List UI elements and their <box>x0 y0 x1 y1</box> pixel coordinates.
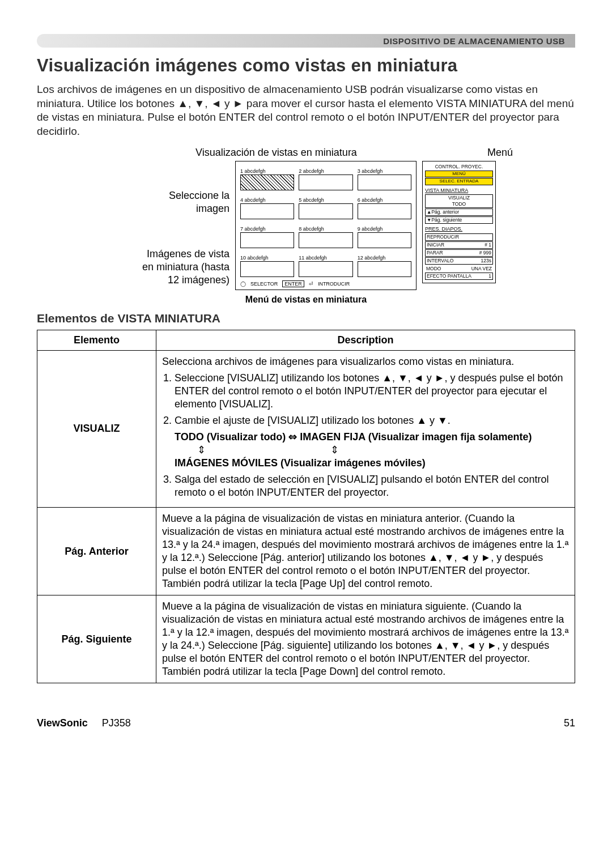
intro-paragraph: Los archivos de imágenes en un dispositi… <box>37 83 575 139</box>
menu-selec-entrada: SELEC. ENTRADA <box>425 178 493 185</box>
thumb-9: 9 abcdefgh <box>358 226 411 248</box>
footer-page-number: 51 <box>564 717 575 729</box>
row-pag-anterior-name: Pág. Anterior <box>37 508 156 595</box>
menu-menu: MENÚ <box>425 171 493 177</box>
footer-model: PJ358 <box>102 717 131 729</box>
thumb-footer: ◯ SELECTOR ENTER ⏎ INTRODUCIR <box>240 280 411 287</box>
thumb-11: 11 abcdefgh <box>299 255 352 277</box>
page-footer: ViewSonic PJ358 51 <box>37 717 575 729</box>
menu-efecto: EFECTO PANTALLA1 <box>425 273 493 280</box>
elements-table: Elemento Description VISUALIZ Selecciona… <box>37 330 575 684</box>
thumb-7: 7 abcdefgh <box>240 226 294 248</box>
visualiz-cycle-line2: IMÁGENES MÓVILES (Visualizar imágenes mó… <box>175 457 569 470</box>
section-header-text: DISPOSITIVO DE ALMACENAMIENTO USB <box>383 36 565 46</box>
menu-modo: MODOUNA VEZ <box>425 265 493 272</box>
label-thumb-count-1: Imágenes de vista <box>147 248 230 259</box>
menu-intervalo: INTERVALO123s <box>425 257 493 265</box>
thumb-10: 10 abcdefgh <box>240 255 294 277</box>
menu-pag-siguiente: ▼Pág. siguiente <box>425 216 493 224</box>
diagram-caption: Menú de vistas en miniatura <box>37 295 575 305</box>
label-thumb-count-3: 12 imágenes) <box>168 274 230 286</box>
visualiz-step3: Salga del estado de selección en [VISUAL… <box>175 473 569 499</box>
menu-pag-anterior: ▲Pág. anterior <box>425 209 493 216</box>
thumb-4: 4 abcdefgh <box>240 197 294 219</box>
visualiz-intro: Selecciona archivos de imágenes para vis… <box>162 355 569 368</box>
subsection-title: Elementos de VISTA MINIATURA <box>37 312 575 325</box>
enter-label: ENTER <box>282 280 304 287</box>
diagram: Visualización de vistas en miniatura Men… <box>37 147 575 305</box>
diagram-label-thumbnails: Visualización de vistas en miniatura <box>196 147 357 159</box>
menu-parar: PARAR# 999 <box>425 249 493 257</box>
label-select-image-1: Seleccione la <box>169 190 230 201</box>
menu-visualiz-row: VISUALIZ TODO <box>425 194 493 208</box>
row-pag-anterior-desc: Mueve a la página de visualización de vi… <box>156 508 575 595</box>
visualiz-step2: Cambie el ajuste de [VISUALIZ] utilizado… <box>175 414 569 470</box>
thumb-1: 1 abcdefgh <box>240 168 294 190</box>
page-title: Visualización imágenes como vistas en mi… <box>37 56 575 76</box>
row-pag-siguiente-desc: Mueve a la página de visualización de vi… <box>156 595 575 683</box>
footer-brand: ViewSonic <box>37 717 88 729</box>
introducir-label: INTRODUCIR <box>318 281 350 287</box>
label-select-image-2: imagen <box>196 203 230 214</box>
thumb-12: 12 abcdefgh <box>358 255 411 277</box>
updown-icon-1: ⇕ <box>197 444 206 457</box>
projector-menu-box: CONTROL. PROYEC. MENÚ SELEC. ENTRADA VIS… <box>422 161 496 284</box>
updown-icon-2: ⇕ <box>330 444 339 457</box>
menu-reproducir: REPRODUCIR <box>425 233 493 241</box>
section-header: DISPOSITIVO DE ALMACENAMIENTO USB <box>37 34 575 48</box>
selector-label: SELECTOR <box>250 281 278 287</box>
row-pag-siguiente-name: Pág. Siguiente <box>37 595 156 683</box>
menu-sec-pres-diapos: PRES. DIAPOS. <box>425 226 493 233</box>
col-description: Description <box>156 330 575 350</box>
menu-sec-vista-miniatura: VISTA MINIATURA <box>425 188 493 194</box>
thumbnail-grid-box: 1 abcdefgh 2 abcdefgh 3 abcdefgh 4 abcde… <box>235 161 416 290</box>
row-visualiz-desc: Selecciona archivos de imágenes para vis… <box>156 350 575 507</box>
thumb-2: 2 abcdefgh <box>299 168 352 190</box>
thumb-6: 6 abcdefgh <box>358 197 411 219</box>
menu-control-proyec: CONTROL. PROYEC. <box>425 164 493 170</box>
selector-icon: ◯ <box>240 281 246 287</box>
row-visualiz-name: VISUALIZ <box>37 350 156 507</box>
thumb-8: 8 abcdefgh <box>299 226 352 248</box>
diagram-label-menu: Menú <box>487 147 513 159</box>
visualiz-cycle-line1: TODO (Visualizar todo) ⇔ IMAGEN FIJA (Vi… <box>175 431 569 444</box>
label-thumb-count-2: en miniatura (hasta <box>142 261 230 273</box>
thumb-5: 5 abcdefgh <box>299 197 352 219</box>
enter-icon: ⏎ <box>309 281 313 287</box>
diagram-left-labels: Seleccione la imagen Imágenes de vista e… <box>116 161 230 287</box>
col-elemento: Elemento <box>37 330 156 350</box>
thumb-3: 3 abcdefgh <box>358 168 411 190</box>
visualiz-step1: Seleccione [VISUALIZ] utilizando los bot… <box>175 372 569 411</box>
menu-iniciar: INICIAR# 1 <box>425 241 493 249</box>
